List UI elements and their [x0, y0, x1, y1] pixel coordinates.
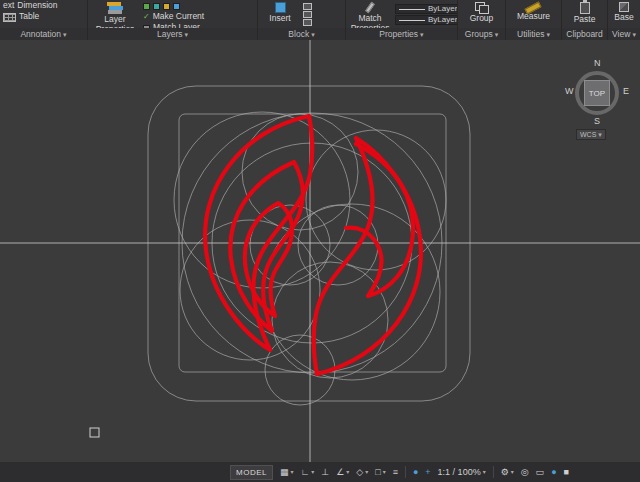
object-snap-icon[interactable]: □▾: [375, 468, 385, 477]
group-icon: [475, 2, 488, 13]
edit-block-icon[interactable]: [303, 11, 312, 18]
panel-view: Base View▾: [608, 0, 640, 40]
panel-annotation: ext Dimension Table Annotation▾: [0, 0, 88, 40]
panel-label-view[interactable]: View▾: [608, 28, 640, 40]
caret-down-icon: ▾: [483, 469, 486, 475]
make-current-icon: ✓: [143, 13, 150, 21]
layer-color-icon[interactable]: [173, 3, 180, 10]
paste-clipboard-icon: [580, 2, 590, 14]
statusbar-separator: [493, 466, 494, 478]
status-bar: MODEL ▦▾ ∟▾ ⊥ ∠▾ ◇▾ □▾ ≡ ● + 1:1 / 100%▾…: [0, 462, 640, 482]
panel-layers: Layer Properties ✓ Make Current: [88, 0, 258, 40]
caret-down-icon: ▾: [346, 469, 349, 475]
caret-down-icon: ▾: [311, 31, 315, 38]
create-block-icon[interactable]: [303, 3, 312, 10]
grid-icon[interactable]: ▦▾: [280, 468, 294, 477]
caret-down-icon: ▾: [185, 31, 189, 38]
panel-properties: Match Properties ByLayer ▾ ByLayer ▾: [346, 0, 458, 40]
caret-down-icon: ▾: [598, 131, 602, 138]
panel-label-groups[interactable]: Groups▾: [458, 28, 505, 40]
panel-block: Insert Block▾: [258, 0, 346, 40]
drawing-geometry: [0, 40, 640, 462]
caret-down-icon: ▾: [383, 469, 386, 475]
block-attributes-icon[interactable]: [303, 19, 312, 26]
viewcube-north[interactable]: N: [594, 58, 601, 68]
caret-down-icon: ▾: [63, 31, 67, 38]
workspace-gear-icon[interactable]: ⚙▾: [501, 468, 514, 477]
caret-down-icon: ▾: [290, 469, 293, 475]
color-swatch-icon: [399, 9, 425, 10]
annotation-monitor-icon[interactable]: ◎: [521, 468, 529, 477]
caret-down-icon: ▾: [311, 469, 314, 475]
layer-on-icon[interactable]: [143, 3, 150, 10]
panel-utilities: Measure Utilities▾: [506, 0, 562, 40]
make-current-button[interactable]: ✓ Make Current: [143, 12, 204, 22]
caret-down-icon: ▾: [495, 31, 499, 38]
viewcube-west[interactable]: W: [565, 86, 574, 96]
dimension-button[interactable]: Dimension: [17, 1, 57, 11]
insert-button[interactable]: Insert: [261, 1, 299, 25]
caret-down-icon: ▾: [365, 469, 368, 475]
viewcube-top-face[interactable]: TOP: [584, 80, 610, 106]
panel-label-block[interactable]: Block▾: [258, 28, 345, 40]
group-button[interactable]: Group: [468, 1, 496, 25]
snap-icon[interactable]: ∟▾: [300, 468, 314, 477]
lineweight-icon[interactable]: ≡: [393, 468, 398, 477]
panel-label-annotation[interactable]: Annotation▾: [0, 28, 87, 40]
panel-clipboard: Paste Clipboard: [562, 0, 608, 40]
text-button[interactable]: ext: [3, 1, 14, 11]
caret-down-icon: ▾: [511, 469, 514, 475]
layer-freeze-icon[interactable]: [153, 3, 160, 10]
isodraft-icon[interactable]: ◇▾: [356, 468, 368, 477]
ribbon: ext Dimension Table Annotation▾ Layer Pr…: [0, 0, 640, 40]
caret-down-icon: ▾: [420, 31, 424, 38]
table-icon: [3, 13, 16, 22]
viewcube-south[interactable]: S: [594, 116, 600, 126]
layer-lock-icon[interactable]: [163, 3, 170, 10]
panel-label-properties[interactable]: Properties▾: [346, 28, 457, 40]
statusbar-separator: [405, 466, 406, 478]
viewcube[interactable]: TOP N S W E WCS ▾: [568, 60, 628, 138]
base-button[interactable]: Base: [612, 1, 635, 24]
layer-properties-icon: [107, 2, 123, 14]
quick-properties-icon[interactable]: ▭: [536, 468, 545, 477]
paste-button[interactable]: Paste: [572, 1, 598, 26]
panel-groups: Group Groups▾: [458, 0, 506, 40]
viewcube-east[interactable]: E: [623, 86, 629, 96]
base-view-icon: [619, 2, 629, 12]
panel-label-utilities[interactable]: Utilities▾: [506, 28, 561, 40]
pickbox-marker: [90, 428, 99, 437]
annotation-visibility-icon[interactable]: ●: [413, 468, 418, 477]
ortho-icon[interactable]: ⊥: [321, 468, 329, 477]
annotation-autoscale-icon[interactable]: +: [425, 468, 430, 477]
panel-label-layers[interactable]: Layers▾: [88, 28, 257, 40]
match-properties-button[interactable]: Match Properties: [349, 1, 391, 28]
object-color-dropdown[interactable]: ByLayer ▾: [395, 4, 457, 14]
clean-screen-icon[interactable]: ■: [564, 468, 569, 477]
layer-properties-button[interactable]: Layer Properties: [91, 1, 139, 28]
insert-block-icon: [275, 2, 286, 13]
autocad-window: ext Dimension Table Annotation▾ Layer Pr…: [0, 0, 640, 482]
measure-button[interactable]: Measure: [515, 1, 552, 23]
model-space-button[interactable]: MODEL: [230, 465, 273, 480]
isolate-objects-icon[interactable]: ●: [551, 468, 556, 477]
polar-tracking-icon[interactable]: ∠▾: [336, 468, 349, 477]
table-button[interactable]: Table: [3, 12, 58, 22]
drawing-canvas[interactable]: TOP N S W E WCS ▾: [0, 40, 640, 462]
match-properties-icon: [365, 2, 375, 13]
annotation-scale-control[interactable]: 1:1 / 100%▾: [438, 468, 486, 477]
red-logo-paths: [205, 116, 421, 374]
caret-down-icon: ▾: [632, 31, 636, 38]
lineweight-dropdown[interactable]: ByLayer ▾: [395, 15, 457, 25]
viewcube-wcs-dropdown[interactable]: WCS ▾: [576, 129, 606, 140]
lineweight-sample-icon: [399, 20, 425, 21]
caret-down-icon: ▾: [546, 31, 550, 38]
panel-label-clipboard[interactable]: Clipboard: [562, 28, 607, 40]
